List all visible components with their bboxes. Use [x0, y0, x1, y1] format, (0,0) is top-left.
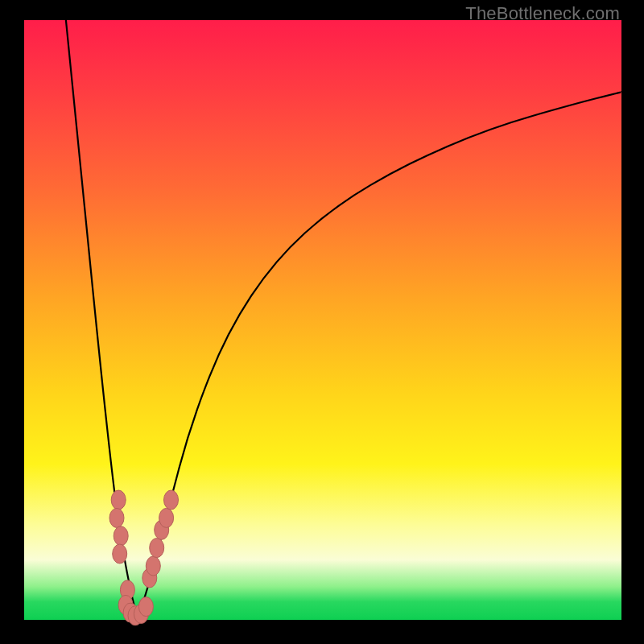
- sample-dot: [109, 508, 124, 527]
- sample-dot: [113, 544, 127, 564]
- samples-left: [109, 490, 134, 614]
- watermark-text: TheBottleneck.com: [465, 3, 620, 24]
- samples-right: [142, 490, 179, 588]
- sample-dot: [150, 539, 164, 558]
- curve-right: [138, 92, 621, 620]
- sample-dot: [146, 556, 160, 576]
- sample-dot: [159, 508, 174, 527]
- sample-dot: [164, 490, 179, 510]
- chart-frame: TheBottleneck.com: [0, 0, 644, 644]
- sample-dot: [111, 490, 126, 510]
- chart-svg: [24, 20, 621, 620]
- sample-dot: [114, 526, 128, 546]
- sample-dot: [138, 597, 153, 617]
